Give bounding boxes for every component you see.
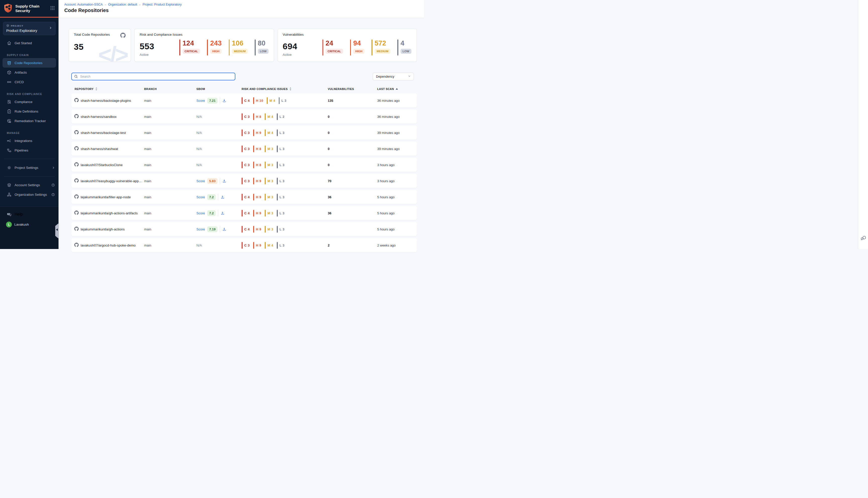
download-sbom-icon[interactable]	[222, 179, 226, 183]
severity-bar	[229, 39, 230, 55]
severity-chip-low: L 2	[277, 113, 284, 120]
table-row[interactable]: tejakummarikuntla/gh-actions main Score …	[71, 222, 417, 236]
severity-stat-medium: 106MEDIUM	[229, 39, 248, 55]
branch-cell: main	[144, 147, 197, 151]
severity-chip-low: L 3	[279, 97, 286, 104]
repo-name: shash-harness/sandbox	[81, 115, 117, 119]
table-row[interactable]: tejakummarikuntla/gh-actions-artifacts m…	[71, 206, 417, 220]
sbom-cell: Score 7.2	[197, 194, 242, 200]
user-menu[interactable]: L Lavakush	[0, 219, 58, 227]
infinity-icon	[7, 80, 12, 84]
github-icon	[74, 179, 79, 184]
github-icon	[74, 243, 79, 248]
divider	[220, 178, 220, 184]
repo-name: tejakummarikuntla/gh-actions-artifacts	[81, 211, 138, 215]
risk-compliance-cell: C 3H 8M 3L 3	[242, 161, 328, 168]
help-chat-icon: ?	[7, 212, 12, 217]
risk-compliance-cell: C 3H 9M 3L 3	[242, 178, 328, 184]
vulnerabilities-total-value: 694	[283, 41, 297, 51]
severity-chip-high: H 9	[253, 194, 261, 200]
last-scan: 2 weeks ago	[377, 244, 417, 247]
vulnerabilities-count: 2	[328, 244, 377, 247]
repository-table: shash-harness/backstage-plugins main Sco…	[71, 93, 417, 249]
severity-chip-medium: M 3	[265, 178, 273, 184]
home-icon	[7, 41, 12, 45]
download-sbom-icon[interactable]	[222, 99, 226, 103]
search-input[interactable]	[71, 73, 235, 80]
last-scan: 3 hours ago	[377, 179, 417, 183]
column-header-risk-compliance[interactable]: RISK AND COMPLIANCE ISSUES	[242, 88, 328, 90]
dependency-filter-select[interactable]: Dependency	[373, 73, 414, 80]
last-scan: 3 hours ago	[377, 163, 417, 167]
nav-divider	[4, 176, 54, 176]
download-sbom-icon[interactable]	[221, 211, 225, 215]
github-icon	[74, 162, 79, 168]
column-header-repository[interactable]: REPOSITORY	[71, 88, 144, 90]
sidebar-item-account-settings[interactable]: Account Settings	[0, 180, 58, 190]
severity-chip-medium: M 3	[265, 210, 273, 217]
sidebar-item-compliance[interactable]: Compliance	[0, 97, 58, 106]
sidebar-footer: ? Help L Lavakush	[0, 206, 58, 249]
sbom-cell: Score 7.19	[197, 226, 242, 233]
repo-name: lavakush07/easybuggy-vulnerable-app...	[81, 179, 142, 183]
sbom-na: N/A	[197, 115, 202, 119]
table-row[interactable]: lavakush07/StarbucksClone main N/A C 3H …	[71, 158, 417, 172]
sbom-cell: N/A	[197, 147, 242, 151]
svg-text:?: ?	[8, 213, 9, 215]
chevron-right-icon: ›	[105, 3, 106, 6]
breadcrumb-account-link[interactable]: Account: Automation-SSCA	[64, 3, 103, 6]
clipboard-check-icon	[7, 109, 12, 114]
sidebar-item-help[interactable]: ? Help	[0, 210, 58, 219]
table-row[interactable]: shash-harness/backstage-plugins main Sco…	[71, 93, 417, 107]
severity-chip-medium: M 3	[265, 145, 273, 152]
github-icon	[74, 227, 79, 232]
risk-compliance-cell: C 4H 9M 3L 3	[242, 210, 328, 217]
sbom-cell: N/A	[197, 244, 242, 247]
sort-icon	[289, 88, 292, 90]
sidebar-item-pipelines[interactable]: Pipelines	[0, 145, 58, 155]
sidebar-item-remediation-tracker[interactable]: Remediation Tracker	[0, 116, 58, 126]
severity-count: 243	[210, 39, 222, 47]
severity-chip-low: L 3	[277, 210, 284, 217]
severity-chip-critical: C 3	[242, 113, 250, 120]
repo-name: lavakush07/StarbucksClone	[81, 163, 123, 167]
table-row[interactable]: shash-harness/backstage-test main N/A C …	[71, 126, 417, 140]
project-selector[interactable]: PROJECT Product Exploratory	[3, 22, 55, 35]
sidebar-item-organization-settings[interactable]: Organization Settings	[0, 190, 58, 199]
table-row[interactable]: tejakummarikuntla/filler-app-node main S…	[71, 190, 417, 204]
issues-subtitle: Active	[139, 53, 154, 56]
info-icon[interactable]	[51, 193, 55, 196]
severity-chip-low: L 3	[277, 145, 284, 152]
table-row[interactable]: lavakush07/argocd-hub-spoke-demo main N/…	[71, 238, 417, 249]
branch-cell: main	[144, 244, 197, 247]
severity-badge: MEDIUM	[375, 49, 390, 54]
breadcrumb-organization-link[interactable]: Organization: default	[108, 3, 137, 6]
download-sbom-icon[interactable]	[221, 195, 225, 199]
info-icon[interactable]	[51, 183, 55, 187]
repo-cell: tejakummarikuntla/gh-actions	[71, 227, 144, 232]
sidebar-item-code-repositories[interactable]: Code Repositories	[2, 58, 56, 68]
breadcrumb-project-link[interactable]: Project: Product Exploratory	[143, 3, 182, 6]
sidebar-item-rule-definitions[interactable]: Rule Definitions	[0, 106, 58, 116]
app-title: Supply ChainSecurity	[15, 4, 39, 13]
sidebar-item-project-settings[interactable]: Project Settings	[0, 163, 58, 172]
app-grid-menu-icon[interactable]	[50, 5, 55, 12]
severity-chip-medium: M 4	[267, 97, 275, 104]
controls-row: Dependency	[71, 73, 417, 80]
column-header-last-scan[interactable]: LAST SCAN	[377, 88, 417, 90]
sidebar-item-cicd[interactable]: CI/CD	[0, 77, 58, 87]
sidebar-item-integrations[interactable]: Integrations	[0, 136, 58, 145]
table-row[interactable]: shash-harness/sandbox main N/A C 3H 8M 4…	[71, 109, 417, 123]
sidebar-item-artifacts[interactable]: Artifacts	[0, 68, 58, 77]
divider	[220, 97, 220, 104]
sbom-score-badge: 7.2	[207, 194, 216, 200]
severity-stat-critical: 24CRITICAL	[322, 39, 343, 55]
table-row[interactable]: shash-harness/shashwat main N/A C 3H 8M …	[71, 142, 417, 156]
download-sbom-icon[interactable]	[222, 227, 226, 231]
sidebar-item-get-started[interactable]: Get Started	[0, 38, 58, 48]
severity-chip-critical: C 4	[242, 194, 250, 200]
github-icon	[120, 32, 125, 39]
sbom-score-label: Score	[197, 195, 205, 199]
severity-stat-critical: 124CRITICAL	[179, 39, 200, 55]
table-row[interactable]: lavakush07/easybuggy-vulnerable-app... m…	[71, 174, 417, 188]
